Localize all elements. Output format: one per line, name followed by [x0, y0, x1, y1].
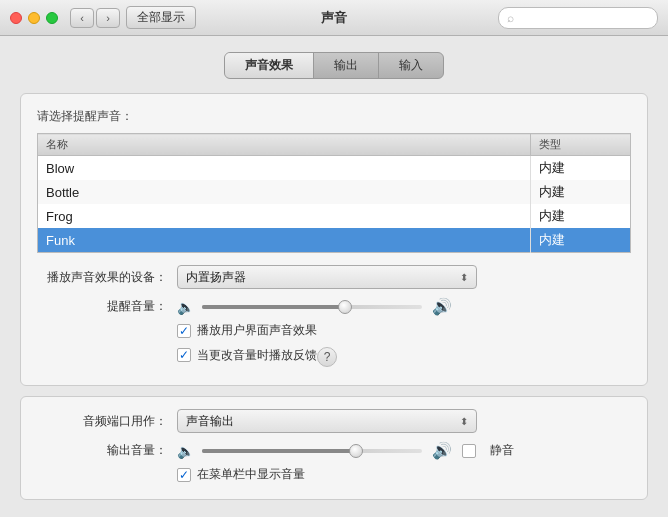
sound-type: 内建: [531, 204, 631, 228]
output-panel: 音频端口用作： 声音输出 ⬍ 输出音量： 🔈 🔊 静音 ✓ 在菜单栏中显示音量: [20, 396, 648, 500]
help-button[interactable]: ?: [317, 347, 337, 367]
back-button[interactable]: ‹: [70, 8, 94, 28]
ui-effects-checkbox[interactable]: ✓: [177, 324, 191, 338]
forward-button[interactable]: ›: [96, 8, 120, 28]
tabs: 声音效果 输出 输入: [224, 52, 444, 79]
slider-fill: [202, 305, 345, 309]
search-input[interactable]: [518, 11, 649, 25]
port-label: 音频端口用作：: [37, 413, 167, 430]
sound-name: Frog: [38, 204, 531, 228]
output-volume-low-icon: 🔈: [177, 443, 194, 459]
slider-thumb[interactable]: [338, 300, 352, 314]
device-select[interactable]: 内置扬声器 ⬍: [177, 265, 477, 289]
ui-effects-label: 播放用户界面声音效果: [197, 322, 317, 339]
menubar-volume-checkbox[interactable]: ✓: [177, 468, 191, 482]
alert-volume-label: 提醒音量：: [37, 298, 167, 315]
volume-low-icon: 🔈: [177, 299, 194, 315]
output-volume-high-icon: 🔊: [432, 441, 452, 460]
maximize-button[interactable]: [46, 12, 58, 24]
col-name-header: 名称: [38, 134, 531, 156]
slider-fill: [202, 449, 356, 453]
volume-feedback-label: 当更改音量时播放反馈: [197, 347, 317, 364]
select-arrow-icon: ⬍: [460, 416, 468, 427]
alert-volume-row: 提醒音量： 🔈 🔊: [37, 297, 631, 316]
tab-input[interactable]: 输入: [379, 53, 443, 78]
tabs-container: 声音效果 输出 输入: [20, 52, 648, 79]
table-row[interactable]: Funk 内建: [38, 228, 631, 253]
table-row[interactable]: Blow 内建: [38, 156, 631, 181]
volume-high-icon: 🔊: [432, 297, 452, 316]
device-row: 播放声音效果的设备： 内置扬声器 ⬍: [37, 265, 631, 289]
volume-feedback-checkbox[interactable]: ✓: [177, 348, 191, 362]
menubar-volume-row: ✓ 在菜单栏中显示音量: [177, 466, 631, 483]
effects-panel: 请选择提醒声音： 名称 类型 Blow 内建 Bottle 内建 Fr: [20, 93, 648, 386]
search-box[interactable]: ⌕: [498, 7, 658, 29]
sound-name: Bottle: [38, 180, 531, 204]
ui-effects-checkbox-row: ✓ 播放用户界面声音效果: [177, 322, 631, 339]
main-content: 声音效果 输出 输入 请选择提醒声音： 名称 类型 Blow 内建 Bottle: [0, 36, 668, 516]
show-all-button[interactable]: 全部显示: [126, 6, 196, 29]
output-volume-label: 输出音量：: [37, 442, 167, 459]
window-title: 声音: [321, 9, 347, 27]
port-select[interactable]: 声音输出 ⬍: [177, 409, 477, 433]
traffic-lights: [10, 12, 58, 24]
device-value: 内置扬声器: [186, 269, 246, 286]
sound-name: Blow: [38, 156, 531, 181]
nav-buttons: ‹ ›: [70, 8, 120, 28]
volume-feedback-checkbox-row: ✓ 当更改音量时播放反馈 ?: [177, 343, 631, 367]
port-value: 声音输出: [186, 413, 234, 430]
tab-output[interactable]: 输出: [314, 53, 379, 78]
table-row[interactable]: Frog 内建: [38, 204, 631, 228]
title-bar: ‹ › 全部显示 声音 ⌕: [0, 0, 668, 36]
sound-name: Funk: [38, 228, 531, 253]
table-row[interactable]: Bottle 内建: [38, 180, 631, 204]
output-volume-row: 输出音量： 🔈 🔊 静音: [37, 441, 631, 460]
sound-type: 内建: [531, 180, 631, 204]
tab-effects[interactable]: 声音效果: [225, 53, 314, 78]
sound-type: 内建: [531, 228, 631, 253]
menubar-volume-label: 在菜单栏中显示音量: [197, 466, 305, 483]
alert-volume-slider[interactable]: [202, 305, 422, 309]
mute-label: 静音: [490, 442, 514, 459]
mute-checkbox[interactable]: [462, 444, 476, 458]
search-icon: ⌕: [507, 11, 514, 25]
slider-thumb[interactable]: [349, 444, 363, 458]
panel-section-label: 请选择提醒声音：: [37, 108, 631, 125]
select-arrow-icon: ⬍: [460, 272, 468, 283]
sound-type: 内建: [531, 156, 631, 181]
minimize-button[interactable]: [28, 12, 40, 24]
sound-table: 名称 类型 Blow 内建 Bottle 内建 Frog 内建 Fu: [37, 133, 631, 253]
device-label: 播放声音效果的设备：: [37, 269, 167, 286]
output-volume-slider[interactable]: [202, 449, 422, 453]
port-row: 音频端口用作： 声音输出 ⬍: [37, 409, 631, 433]
col-type-header: 类型: [531, 134, 631, 156]
close-button[interactable]: [10, 12, 22, 24]
